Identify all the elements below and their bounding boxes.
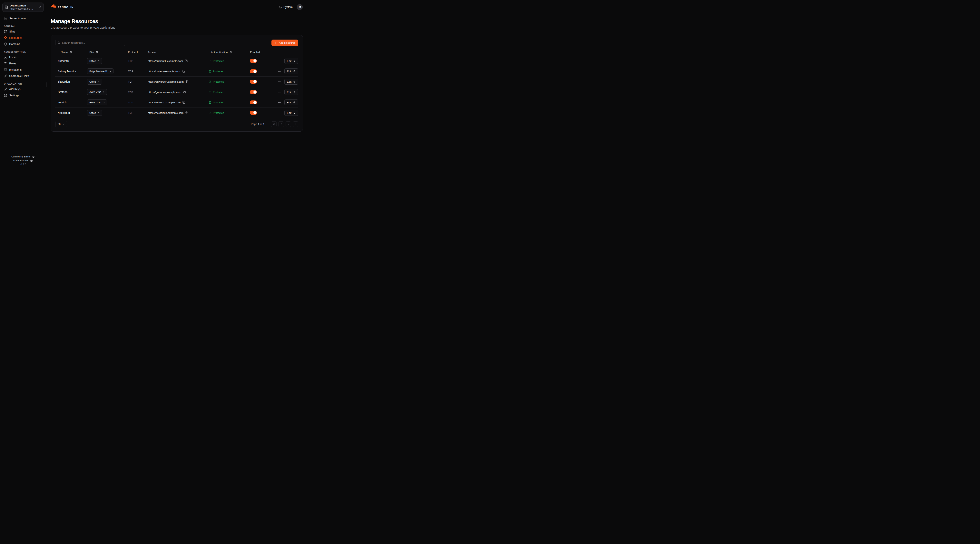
moon-icon: [279, 5, 282, 9]
resource-url: https://immich.example.com: [148, 101, 180, 104]
sidebar-item-label: Sites: [9, 30, 15, 33]
enabled-toggle[interactable]: [250, 90, 257, 94]
sidebar-item-shareable-links[interactable]: Shareable Links: [2, 73, 44, 79]
sidebar-item-api-keys[interactable]: API Keys: [2, 86, 44, 92]
copy-url-button[interactable]: [183, 101, 185, 104]
resource-name: Battery Monitor: [55, 70, 87, 73]
resources-icon: [4, 36, 7, 40]
documentation-link[interactable]: Documentation: [13, 159, 33, 162]
row-menu-button[interactable]: [277, 100, 282, 105]
mail-icon: [4, 68, 7, 71]
site-name: Edge Device 01: [89, 70, 107, 73]
site-link-button[interactable]: Office: [87, 110, 102, 116]
enabled-toggle[interactable]: [250, 100, 257, 105]
row-menu-button[interactable]: [277, 80, 282, 84]
column-header-name[interactable]: Name: [55, 51, 87, 54]
arrow-up-right-icon: [98, 60, 100, 62]
copy-url-button[interactable]: [186, 80, 188, 83]
arrow-up-right-icon: [98, 112, 100, 114]
edit-button[interactable]: Edit: [285, 110, 298, 116]
edit-button[interactable]: Edit: [285, 79, 298, 85]
arrow-right-icon: [293, 101, 296, 104]
edit-button[interactable]: Edit: [285, 100, 298, 105]
row-menu-button[interactable]: [277, 111, 282, 115]
row-menu-button[interactable]: [277, 59, 282, 63]
pagination-last-button[interactable]: [293, 121, 298, 127]
sidebar-item-label: Users: [9, 56, 16, 59]
resource-url: https://authentik.example.com: [148, 60, 183, 62]
edit-button[interactable]: Edit: [285, 89, 298, 95]
copy-url-button[interactable]: [182, 70, 185, 73]
sort-icon[interactable]: [229, 51, 232, 54]
sidebar-item-users[interactable]: Users: [2, 54, 44, 60]
column-label: Authentication: [211, 51, 228, 54]
add-resource-button[interactable]: Add Resource: [272, 40, 298, 46]
site-link-button[interactable]: Edge Device 01: [87, 68, 113, 74]
sidebar-item-domains[interactable]: Domains: [2, 41, 44, 47]
arrow-right-icon: [293, 90, 296, 94]
column-label: Protocol: [128, 51, 138, 54]
sidebar-item-roles[interactable]: Roles: [2, 60, 44, 67]
row-menu-button[interactable]: [277, 90, 282, 94]
copy-url-button[interactable]: [185, 111, 188, 114]
table-header-row: Name Site Protocol Access Authentication: [55, 49, 298, 56]
sidebar-nav: Server Admin GENERAL Sites Resources Dom…: [2, 15, 44, 98]
user-avatar[interactable]: M: [297, 4, 303, 10]
pagination-prev-button[interactable]: [278, 121, 284, 127]
edit-label: Edit: [287, 111, 291, 114]
enabled-toggle[interactable]: [250, 111, 257, 115]
sidebar-item-invitations[interactable]: Invitations: [2, 67, 44, 73]
auth-status-label: Protected: [213, 70, 224, 73]
edit-label: Edit: [287, 90, 291, 94]
row-menu-button[interactable]: [277, 69, 282, 73]
auth-status-label: Protected: [213, 60, 224, 62]
theme-selector[interactable]: System: [279, 5, 293, 9]
auth-status: Protected: [208, 101, 247, 104]
page-size-select[interactable]: 20: [55, 121, 67, 127]
edit-button[interactable]: Edit: [285, 58, 298, 64]
resource-protocol: TCP: [126, 111, 145, 114]
copy-url-button[interactable]: [183, 90, 186, 94]
site-link-button[interactable]: Home Lab: [87, 100, 107, 105]
column-header-access: Access: [145, 51, 208, 54]
org-title: Organization: [10, 4, 37, 7]
column-header-site[interactable]: Site: [87, 51, 126, 54]
sort-icon[interactable]: [95, 51, 98, 54]
sidebar-item-label: API Keys: [9, 87, 21, 90]
resource-name: Immich: [55, 101, 87, 104]
site-link-button[interactable]: AWS VPC: [87, 89, 107, 95]
sidebar: Organization milo@fossorial.io's ... Ser…: [0, 0, 46, 168]
table-row: Grafana AWS VPC TCP https://grafana.exam…: [55, 87, 298, 97]
org-switcher[interactable]: Organization milo@fossorial.io's ...: [2, 3, 44, 12]
enabled-toggle[interactable]: [250, 59, 257, 63]
users-icon: [4, 62, 7, 65]
enabled-toggle[interactable]: [250, 69, 257, 73]
community-edition-link[interactable]: Community Edition: [11, 155, 35, 158]
sidebar-resize-handle[interactable]: [46, 82, 46, 87]
column-header-authentication[interactable]: Authentication: [208, 51, 247, 54]
arrow-right-icon: [293, 70, 296, 73]
column-label: Site: [89, 51, 94, 54]
search-box: [55, 40, 125, 46]
shield-check-icon: [208, 70, 212, 73]
site-name: Office: [89, 80, 96, 83]
table-row: Immich Home Lab TCP https://immich.examp…: [55, 97, 298, 108]
sidebar-item-sites[interactable]: Sites: [2, 29, 44, 35]
pagination-next-button[interactable]: [286, 121, 291, 127]
site-link-button[interactable]: Office: [87, 58, 102, 64]
enabled-toggle[interactable]: [250, 80, 257, 84]
auth-status: Protected: [208, 60, 247, 62]
org-subtitle: milo@fossorial.io's ...: [10, 8, 37, 10]
search-input[interactable]: [62, 41, 123, 44]
resource-name: Grafana: [55, 90, 87, 94]
sort-icon[interactable]: [70, 51, 72, 54]
sidebar-item-settings[interactable]: Settings: [2, 92, 44, 98]
server-icon: [4, 17, 7, 20]
sidebar-item-server-admin[interactable]: Server Admin: [2, 15, 44, 22]
edit-button[interactable]: Edit: [285, 68, 298, 74]
copy-url-button[interactable]: [185, 60, 188, 62]
shield-check-icon: [208, 101, 212, 104]
site-link-button[interactable]: Office: [87, 79, 102, 85]
sidebar-item-resources[interactable]: Resources: [2, 35, 44, 41]
pagination-first-button[interactable]: [271, 121, 277, 127]
